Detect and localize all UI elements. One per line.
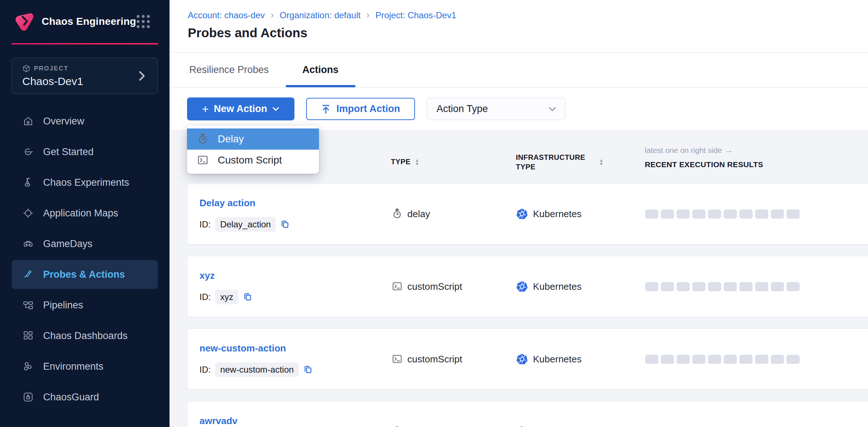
recent-execution-results (645, 256, 800, 317)
sort-icon[interactable]: ▲▼ (415, 158, 419, 166)
pipeline-icon (23, 300, 34, 311)
action-name-link[interactable]: Delay action (199, 197, 255, 209)
action-id-value: Delay_action (215, 217, 276, 232)
chaos-engineering-logo-icon (13, 10, 36, 33)
gamepad-icon (23, 238, 34, 249)
table-row: awrvadv delay Linux (187, 401, 868, 427)
import-action-button[interactable]: Import Action (306, 98, 415, 120)
result-placeholder-pill (692, 209, 705, 219)
result-placeholder-pill (692, 355, 705, 364)
recent-execution-results (645, 329, 800, 389)
sidebar-item-label: Chaos Dashboards (43, 330, 127, 342)
plus-icon: + (202, 103, 209, 115)
action-name-link[interactable]: xyz (199, 270, 215, 281)
chevron-down-icon (272, 107, 279, 111)
result-placeholder-pill (708, 282, 721, 291)
module-switcher-icon[interactable] (137, 15, 150, 28)
result-placeholder-pill (771, 282, 784, 291)
terminal-icon (197, 155, 208, 165)
stopwatch-icon (392, 208, 402, 219)
breadcrumb-organization-link[interactable]: Organization: default (279, 10, 360, 20)
sidebar-item-environments[interactable]: Environments (12, 352, 158, 381)
page-header: Account: chaos-dev › Organization: defau… (170, 0, 868, 53)
result-placeholder-pill (739, 209, 753, 219)
result-placeholder-pill (645, 355, 658, 364)
sidebar-item-application-maps[interactable]: Application Maps (12, 199, 158, 228)
action-name-link[interactable]: new-custom-action (199, 343, 286, 354)
toolbar: + New Action Import Action Action Type (170, 88, 868, 131)
infrastructure-cell: Kubernetes (516, 329, 582, 389)
action-type-filter-value: Action Type (437, 103, 488, 115)
type-cell: customScript (392, 329, 462, 389)
kubernetes-icon (516, 353, 528, 365)
sidebar-item-chaos-experiments[interactable]: Chaos Experiments (12, 168, 158, 197)
sidebar-item-chaosguard[interactable]: ChaosGuard (12, 382, 158, 412)
dashboard-grid-icon (23, 330, 34, 341)
sidebar-item-label: Probes & Actions (43, 269, 125, 280)
result-placeholder-pill (787, 282, 800, 291)
recent-execution-results (645, 184, 800, 244)
sidebar-item-probes-actions[interactable]: Probes & Actions (12, 260, 158, 289)
sidebar-item-get-started[interactable]: Get Started (12, 137, 158, 166)
result-placeholder-pill (661, 355, 674, 364)
action-id-value: xyz (215, 290, 239, 304)
result-placeholder-pill (661, 282, 674, 291)
table-row: Delay action ID: Delay_action delay (187, 183, 868, 245)
column-header-infrastructure-type: INFRASTRUCTURE TYPE ▲▼ (516, 153, 604, 172)
sidebar-item-pipelines[interactable]: Pipelines (12, 291, 158, 320)
actions-table: TYPE ▲▼ INFRASTRUCTURE TYPE ▲▼ latest on… (170, 131, 868, 427)
sidebar-item-label: Overview (43, 116, 84, 127)
page-title: Probes and Actions (188, 26, 868, 40)
sidebar-item-label: Environments (43, 361, 103, 372)
copy-icon[interactable] (243, 292, 252, 302)
result-placeholder-pill (708, 355, 721, 364)
flask-icon (23, 177, 34, 188)
project-name: Chaos-Dev1 (22, 75, 147, 88)
home-icon (23, 116, 34, 127)
breadcrumb-account-link[interactable]: Account: chaos-dev (188, 10, 265, 20)
get-started-icon (23, 146, 34, 157)
action-type-filter[interactable]: Action Type (427, 98, 566, 120)
result-placeholder-pill (739, 355, 753, 364)
result-placeholder-pill (708, 209, 721, 219)
breadcrumb-project-link[interactable]: Project: Chaos-Dev1 (376, 10, 456, 20)
sidebar-item-label: ChaosGuard (43, 392, 99, 403)
menu-item-custom-script[interactable]: Custom Script (187, 150, 319, 171)
terminal-icon (392, 354, 402, 364)
result-placeholder-pill (755, 355, 768, 364)
upload-icon (321, 104, 331, 114)
menu-item-delay[interactable]: Delay (187, 128, 319, 150)
result-placeholder-pill (771, 209, 784, 219)
main-content: Account: chaos-dev › Organization: defau… (170, 0, 868, 427)
infrastructure-cell: Linux (516, 401, 555, 427)
result-placeholder-pill (787, 355, 800, 364)
result-placeholder-pill (645, 282, 658, 291)
tab-resilience-probes[interactable]: Resilience Probes (188, 53, 286, 87)
sidebar: Chaos Engineering PROJECT Chaos-Dev1 (0, 0, 170, 427)
result-placeholder-pill (677, 209, 690, 219)
breadcrumb: Account: chaos-dev › Organization: defau… (188, 9, 868, 21)
chaos-engineering-app: Chaos Engineering PROJECT Chaos-Dev1 (0, 0, 868, 427)
tab-actions[interactable]: Actions (286, 53, 355, 87)
target-icon (23, 208, 34, 219)
copy-icon[interactable] (280, 220, 290, 229)
sidebar-item-chaos-dashboards[interactable]: Chaos Dashboards (12, 321, 158, 350)
new-action-button[interactable]: + New Action (187, 97, 294, 120)
action-name-link[interactable]: awrvadv (199, 415, 237, 427)
result-placeholder-pill (755, 282, 768, 291)
project-selector[interactable]: PROJECT Chaos-Dev1 (12, 58, 158, 94)
breadcrumb-separator: › (366, 9, 370, 21)
type-cell: delay (392, 184, 430, 244)
copy-icon[interactable] (303, 365, 313, 374)
sidebar-item-gamedays[interactable]: GameDays (12, 229, 158, 258)
sidebar-nav: Overview Get Started Chaos Experiments (0, 107, 170, 412)
sort-icon[interactable]: ▲▼ (599, 158, 604, 166)
sidebar-item-overview[interactable]: Overview (12, 107, 158, 136)
result-placeholder-pill (677, 282, 690, 291)
terminal-icon (392, 282, 402, 291)
app-title: Chaos Engineering (42, 16, 136, 27)
action-id-value: new-custom-action (215, 362, 299, 377)
type-cell: customScript (392, 256, 462, 317)
lock-icon (23, 392, 34, 403)
kubernetes-icon (516, 281, 528, 292)
